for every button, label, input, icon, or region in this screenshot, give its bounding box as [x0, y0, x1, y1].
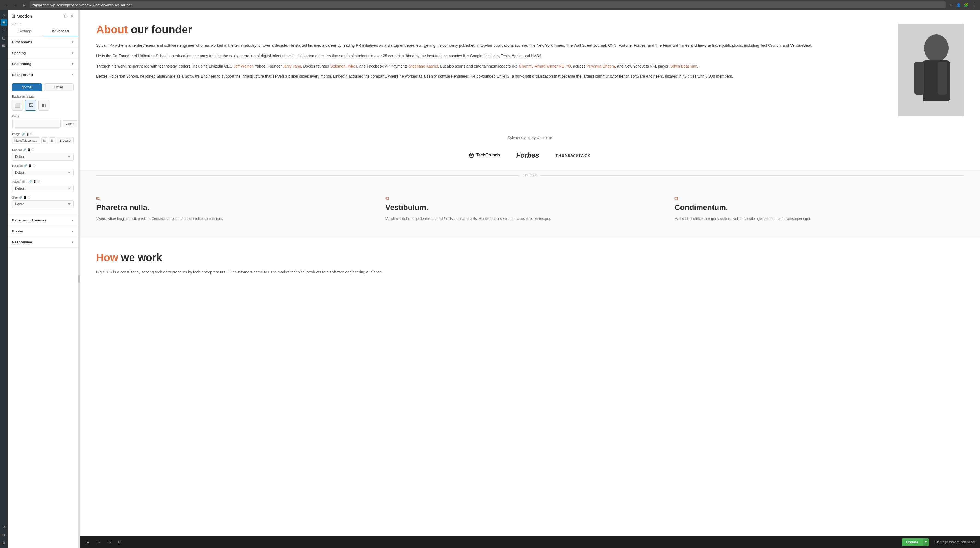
bg-type-image-button[interactable]: 🖼 — [25, 100, 36, 111]
brand-logos: TC TechCrunch Forbes THENEWSTACK — [80, 148, 980, 170]
tab-settings[interactable]: Settings — [8, 26, 43, 37]
repeat-info-icon[interactable]: ⓘ — [32, 148, 34, 152]
para3-mid6: , and New York Jets NFL player — [615, 64, 669, 68]
responsive-header[interactable]: Responsive ▾ — [8, 237, 78, 247]
browser-reload-button[interactable]: ↻ — [21, 2, 27, 8]
version-label: v27.3.31 — [8, 22, 78, 26]
background-overlay-header[interactable]: Background overlay ▾ — [8, 215, 78, 226]
browser-back-button[interactable]: ← — [3, 2, 10, 8]
jeff-weiner-link[interactable]: Jeff Weiner — [234, 64, 253, 68]
browser-forward-button[interactable]: → — [12, 2, 19, 8]
dimensions-header[interactable]: Dimensions ▾ — [8, 37, 78, 47]
repeat-link-icon[interactable]: 🔗 — [23, 148, 26, 151]
repeat-select[interactable]: Default — [12, 153, 73, 161]
stephane-kasriel-link[interactable]: Stephane Kasriel — [409, 64, 438, 68]
feature-1-item: 01 Pharetra nulla. Viverra vitae feugiat… — [96, 191, 385, 227]
feature-1-title: Pharetra nulla. — [96, 203, 377, 212]
border-arrow-icon: ▾ — [72, 229, 73, 233]
position-link-icon[interactable]: 🔗 — [24, 164, 27, 167]
positioning-header[interactable]: Positioning ▾ — [8, 59, 78, 69]
hover-toggle-button[interactable]: Hover — [44, 83, 74, 91]
bookmark-icon[interactable]: ☆ — [948, 2, 954, 8]
sidebar-wp-icon[interactable]: ⊛ — [0, 539, 7, 546]
color-label: Color — [12, 115, 73, 118]
clear-color-button[interactable]: Clear — [63, 120, 77, 127]
update-dropdown-button[interactable]: ▾ — [923, 538, 929, 546]
founder-image-svg — [898, 24, 964, 116]
menu-icon[interactable]: ⋮ — [971, 2, 977, 8]
address-bar[interactable] — [30, 2, 945, 8]
position-select[interactable]: Default — [12, 169, 73, 176]
spacing-arrow-icon: ▾ — [72, 51, 73, 55]
sidebar-media-icon[interactable]: ▤ — [0, 42, 7, 49]
extensions-icon[interactable]: 🧩 — [963, 2, 969, 8]
update-button[interactable]: Update — [902, 538, 923, 546]
position-responsive-icon[interactable]: 📱 — [28, 164, 32, 167]
dimensions-arrow-icon: ▾ — [72, 40, 73, 44]
position-info-icon[interactable]: ⓘ — [32, 164, 35, 167]
tab-advanced[interactable]: Advanced — [43, 26, 78, 37]
attachment-responsive-icon[interactable]: 📱 — [33, 180, 36, 183]
panel-tabs: Settings Advanced — [8, 26, 78, 37]
spacing-label: Spacing — [12, 51, 26, 55]
profile-icon[interactable]: 👤 — [955, 2, 961, 8]
image-url-input[interactable] — [12, 137, 40, 144]
solomon-hykes-link[interactable]: Solomon Hykes — [330, 64, 357, 68]
sidebar-grid-icon[interactable]: ⊞ — [0, 19, 7, 26]
attachment-select[interactable]: Default — [12, 185, 73, 192]
size-responsive-icon[interactable]: 📱 — [23, 196, 27, 199]
size-info-icon[interactable]: ⓘ — [28, 196, 30, 199]
features-section: 01 Pharetra nulla. Viverra vitae feugiat… — [80, 180, 980, 238]
size-select[interactable]: Cover — [12, 201, 73, 208]
about-para2: He is the Co-Founder of Holberton School… — [96, 53, 887, 59]
positioning-section: Positioning ▾ — [8, 59, 78, 70]
sidebar-settings-icon[interactable]: ⚙ — [0, 532, 7, 538]
sidebar-home-icon[interactable]: ⌂ — [0, 11, 7, 18]
browse-button[interactable]: Browse — [57, 137, 73, 144]
svg-rect-3 — [915, 62, 924, 95]
image-info-icon[interactable]: ⓘ — [30, 132, 33, 136]
bg-type-gradient-button[interactable]: ◧ — [38, 100, 49, 111]
jerry-yang-link[interactable]: Jerry Yang — [283, 64, 301, 68]
attachment-info-icon[interactable]: ⓘ — [37, 180, 40, 183]
border-header[interactable]: Border ▾ — [8, 226, 78, 237]
about-text: About our founder Sylvain Kalache is an … — [96, 24, 887, 84]
background-label: Background — [12, 73, 33, 77]
position-label: Position — [12, 164, 23, 167]
image-label: Image — [12, 132, 21, 135]
size-link-icon[interactable]: 🔗 — [19, 196, 22, 199]
how-title: How we work — [96, 252, 964, 264]
background-header[interactable]: Background ▾ — [8, 70, 78, 80]
priyanka-chopra-link[interactable]: Priyanka Chopra — [587, 64, 615, 68]
settings-button[interactable]: ⚙ — [116, 539, 124, 545]
spacing-header[interactable]: Spacing ▾ — [8, 48, 78, 58]
panel-close-button[interactable]: ✕ — [70, 13, 74, 19]
repeat-responsive-icon[interactable]: 📱 — [27, 148, 30, 151]
how-title-highlight: How — [96, 252, 118, 263]
kelvin-beachum-link[interactable]: Kelvin Beachum — [670, 64, 697, 68]
grammy-link[interactable]: Grammy-Award winner NE-YO — [519, 64, 571, 68]
image-link-icon[interactable]: 🔗 — [22, 133, 25, 135]
how-body-text: Big O PR is a consultancy serving tech e… — [96, 269, 964, 276]
attachment-link-icon[interactable]: 🔗 — [29, 180, 32, 183]
sidebar-layers-icon[interactable]: ◫ — [0, 35, 7, 41]
redo-button[interactable]: ↪ — [105, 539, 113, 545]
normal-toggle-button[interactable]: Normal — [12, 83, 42, 91]
image-responsive-icon[interactable]: 📱 — [26, 133, 29, 135]
feature-3-item: 03 Condimentum. Mattis id sit ultrices i… — [675, 191, 964, 227]
bg-type-color-button[interactable]: ⬜ — [12, 100, 23, 111]
image-delete-button[interactable]: 🗑 — [49, 137, 56, 144]
color-swatch[interactable] — [12, 119, 13, 128]
image-copy-button[interactable]: ⊡ — [41, 137, 48, 144]
responsive-section: Responsive ▾ — [8, 237, 78, 248]
undo-button[interactable]: ↩ — [95, 539, 103, 545]
sidebar-add-icon[interactable]: ＋ — [0, 27, 7, 33]
device-desktop-button[interactable]: 🖥 — [84, 539, 92, 545]
feature-3-num: 03 — [675, 197, 955, 201]
icon-sidebar: ⌂ ⊞ ＋ ◫ ▤ ↺ ⚙ ⊛ — [0, 10, 8, 548]
para3-end: . — [697, 64, 698, 68]
panel-copy-button[interactable]: ⊡ — [64, 13, 68, 19]
color-hex-input[interactable] — [15, 120, 60, 128]
sidebar-history-icon[interactable]: ↺ — [0, 524, 7, 530]
how-section: How we work Big O PR is a consultancy se… — [80, 238, 980, 281]
